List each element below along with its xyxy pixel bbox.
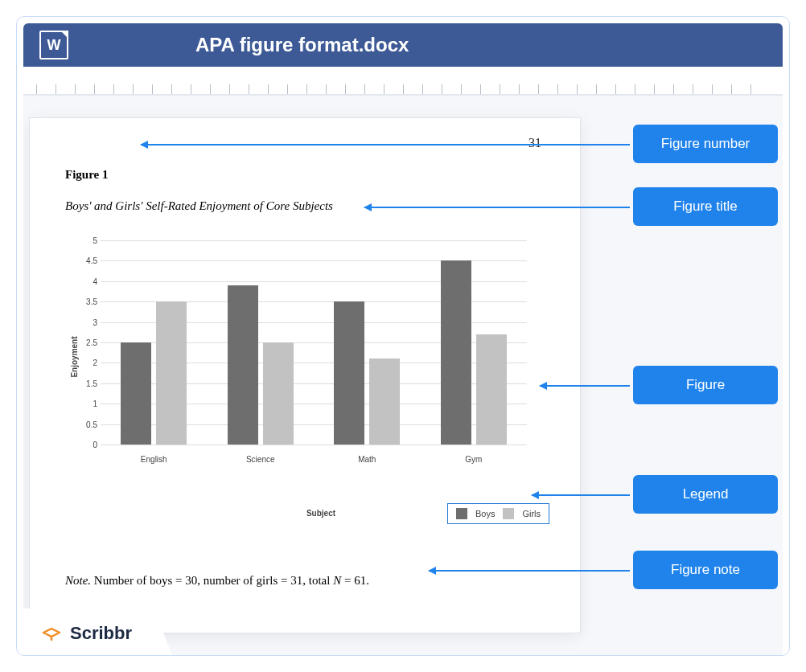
scribbr-brand-tab: Scribbr xyxy=(17,608,172,655)
titlebar: W APA figure format.docx xyxy=(23,23,783,67)
document-title: APA figure format.docx xyxy=(195,34,767,56)
y-tick-label: 2 xyxy=(76,359,97,367)
y-tick-label: 5 xyxy=(76,236,97,245)
legend-label-boys: Boys xyxy=(475,509,495,518)
bar-girls xyxy=(263,342,294,445)
y-tick-label: 3 xyxy=(76,318,97,326)
bar-group: Science xyxy=(208,240,315,445)
y-tick-label: 2.5 xyxy=(76,338,97,347)
bar-group: Math xyxy=(314,240,421,445)
x-tick-label: Gym xyxy=(421,455,528,464)
ruler-ticks xyxy=(23,73,783,94)
y-tick-label: 1.5 xyxy=(76,379,97,387)
callout-figure: Figure xyxy=(633,366,778,404)
figure-number: Figure 1 xyxy=(65,168,545,182)
callout-legend: Legend xyxy=(633,475,778,514)
callout-figure-title: Figure title xyxy=(633,187,778,226)
plot-area: 00.511.522.533.544.55EnglishScienceMathG… xyxy=(101,240,527,445)
chart-legend: Boys Girls xyxy=(447,503,549,524)
bar-boys xyxy=(334,301,364,445)
bar-boys xyxy=(441,260,471,445)
note-text: Number of boys = 30, number of girls = 3… xyxy=(91,574,333,587)
callout-figure-number: Figure number xyxy=(633,125,778,163)
bars: EnglishScienceMathGym xyxy=(101,240,527,445)
arrow-figure-note xyxy=(429,570,630,572)
x-tick-label: Science xyxy=(208,455,315,464)
bar-girls xyxy=(156,301,187,445)
word-doc-icon: W xyxy=(39,31,68,59)
callout-figure-note: Figure note xyxy=(633,551,778,589)
bar-girls xyxy=(476,334,507,445)
arrow-figure-title xyxy=(364,207,630,208)
note-n: N xyxy=(333,574,341,587)
x-tick-label: English xyxy=(101,455,208,464)
legend-label-girls: Girls xyxy=(522,509,541,518)
bar-girls xyxy=(369,359,400,445)
y-tick-label: 4.5 xyxy=(76,256,97,265)
arrow-legend xyxy=(532,494,630,496)
bar-boys xyxy=(228,285,258,445)
note-label: Note. xyxy=(65,574,91,587)
scribbr-wordmark: Scribbr xyxy=(70,623,132,644)
bar-group: Gym xyxy=(421,240,528,445)
arrow-figure-number xyxy=(141,144,630,145)
ruler xyxy=(23,73,783,96)
x-tick-label: Math xyxy=(314,455,421,464)
diagram-container: W APA figure format.docx 31 Figure 1 Boy… xyxy=(16,16,790,656)
y-tick-label: 3.5 xyxy=(76,297,97,306)
grid-line xyxy=(101,445,527,445)
figure-note: Note. Number of boys = 30, number of gir… xyxy=(65,574,545,588)
bar-group: English xyxy=(101,240,208,445)
scribbr-cap-icon xyxy=(41,623,62,644)
arrow-figure xyxy=(540,385,630,387)
page-number: 31 xyxy=(528,136,541,150)
y-tick-label: 0.5 xyxy=(76,420,97,428)
y-tick-label: 0 xyxy=(76,440,97,449)
bar-chart: Enjoyment 00.511.522.533.544.55EnglishSc… xyxy=(65,240,532,473)
document-page: 31 Figure 1 Boys' and Girls' Self-Rated … xyxy=(30,118,580,633)
legend-swatch-boys xyxy=(456,508,467,519)
y-tick-label: 4 xyxy=(76,277,97,285)
bar-boys xyxy=(121,342,151,445)
note-tail: = 61. xyxy=(341,574,369,587)
legend-swatch-girls xyxy=(503,508,514,519)
y-tick-label: 1 xyxy=(76,400,97,408)
